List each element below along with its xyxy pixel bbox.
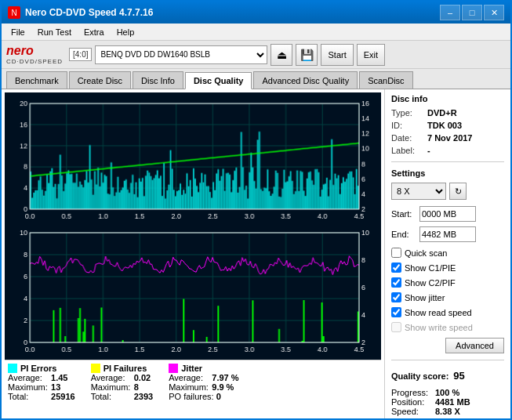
tab-bar: Benchmark Create Disc Disc Info Disc Qua…	[2, 69, 510, 89]
refresh-button[interactable]: ↻	[449, 183, 467, 200]
toolbar: nero CD·DVD/SPEED [4:0] BENQ DVD DD DW16…	[2, 41, 510, 69]
jitter-color	[169, 364, 178, 373]
show-c2pif-checkbox[interactable]	[391, 277, 401, 288]
maximize-button[interactable]: □	[462, 5, 482, 20]
pif-chart	[5, 226, 381, 360]
right-panel: Disc info Type: DVD+R ID: TDK 003 Date: …	[385, 89, 510, 418]
menu-run-test[interactable]: Run Test	[31, 26, 78, 38]
menu-bar: File Run Test Extra Help	[2, 24, 510, 41]
speed-row: 8 X ↻	[391, 183, 504, 200]
show-c1pie-checkbox[interactable]	[391, 262, 401, 273]
disc-type-row: Type: DVD+R	[391, 108, 504, 118]
jitter-stat: Jitter Average: 7.97 % Maximum: 9.9 % PO…	[169, 364, 238, 401]
logo-nero: nero	[6, 44, 34, 58]
start-mb-row: Start:	[391, 206, 504, 222]
close-button[interactable]: ✕	[484, 5, 504, 20]
title-bar: N Nero CD-DVD Speed 4.7.7.16 – □ ✕	[2, 2, 510, 24]
show-jitter-checkbox[interactable]	[391, 292, 401, 302]
disc-id-row: ID: TDK 003	[391, 121, 504, 130]
drive-label: [4:0]	[69, 48, 92, 61]
divider-1	[391, 161, 504, 162]
show-jitter-row: Show jitter	[391, 292, 504, 302]
main-content: PI Errors Average: 1.45 Maximum: 13 Tota…	[2, 89, 510, 418]
quick-scan-row: Quick scan	[391, 248, 504, 258]
pi-errors-stat: PI Errors Average: 1.45 Maximum: 13 Tota…	[8, 364, 75, 401]
tab-advanced-disc-quality[interactable]: Advanced Disc Quality	[253, 71, 358, 89]
minimize-button[interactable]: –	[440, 5, 460, 20]
progress-section: Progress: 100 % Position: 4481 MB Speed:…	[391, 388, 504, 416]
quick-scan-checkbox[interactable]	[391, 248, 401, 258]
quality-score-row: Quality score: 95	[391, 370, 504, 382]
tab-benchmark[interactable]: Benchmark	[6, 71, 67, 89]
show-read-speed-row: Show read speed	[391, 307, 504, 317]
show-c2pif-row: Show C2/PIF	[391, 277, 504, 288]
divider-2	[391, 360, 504, 360]
progress-row: Progress: 100 %	[391, 388, 504, 397]
pie-chart	[5, 92, 381, 226]
speed-select[interactable]: 8 X	[391, 183, 446, 200]
position-row: Position: 4481 MB	[391, 397, 504, 407]
tab-scan-disc[interactable]: ScanDisc	[359, 71, 412, 89]
window-controls: – □ ✕	[440, 5, 504, 20]
logo-sub: CD·DVD/SPEED	[6, 58, 63, 65]
logo: nero CD·DVD/SPEED	[6, 44, 63, 65]
title-bar-left: N Nero CD-DVD Speed 4.7.7.16	[8, 6, 153, 19]
main-window: N Nero CD-DVD Speed 4.7.7.16 – □ ✕ File …	[0, 0, 512, 420]
advanced-button[interactable]: Advanced	[445, 338, 504, 353]
drive-select[interactable]: BENQ DVD DD DW1640 BSLB	[95, 45, 267, 64]
show-write-speed-row: Show write speed	[391, 322, 504, 332]
speed-row-2: Speed: 8.38 X	[391, 407, 504, 416]
pi-errors-color	[8, 364, 17, 373]
end-mb-row: End:	[391, 226, 504, 242]
start-button[interactable]: Start	[321, 44, 353, 66]
tab-create-disc[interactable]: Create Disc	[69, 71, 131, 89]
tab-disc-quality[interactable]: Disc Quality	[185, 72, 252, 89]
eject-button[interactable]: ⏏	[271, 44, 292, 66]
end-mb-input[interactable]	[419, 226, 476, 242]
start-mb-input[interactable]	[419, 206, 476, 222]
chart-area: PI Errors Average: 1.45 Maximum: 13 Tota…	[2, 89, 385, 418]
disc-info-title: Disc info	[391, 94, 504, 103]
show-read-speed-checkbox[interactable]	[391, 307, 401, 317]
show-write-speed-checkbox[interactable]	[391, 322, 401, 332]
disc-date-row: Date: 7 Nov 2017	[391, 133, 504, 143]
save-button[interactable]: 💾	[296, 44, 318, 66]
pi-failures-stat: PI Failures Average: 0.02 Maximum: 8 Tot…	[91, 364, 154, 401]
menu-help[interactable]: Help	[111, 26, 141, 38]
menu-extra[interactable]: Extra	[78, 26, 111, 38]
show-c1pie-row: Show C1/PIE	[391, 262, 504, 273]
pi-failures-color	[91, 364, 100, 373]
tab-disc-info[interactable]: Disc Info	[133, 71, 183, 89]
disc-label-row: Label: -	[391, 146, 504, 155]
app-icon: N	[8, 6, 20, 19]
menu-file[interactable]: File	[5, 26, 31, 38]
settings-title: Settings	[391, 168, 504, 178]
window-title: Nero CD-DVD Speed 4.7.7.16	[25, 7, 153, 18]
stats-row: PI Errors Average: 1.45 Maximum: 13 Tota…	[5, 360, 381, 403]
exit-button[interactable]: Exit	[357, 44, 385, 66]
